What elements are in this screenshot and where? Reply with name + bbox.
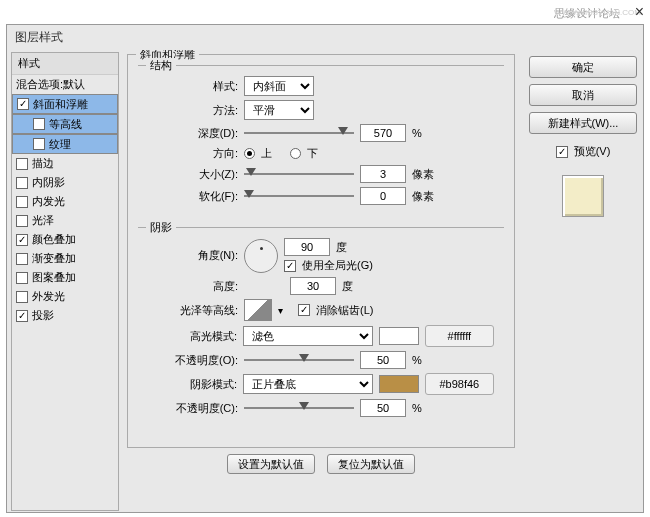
main-panel: 斜面和浮雕 结构 样式:内斜面 方法:平滑 深度(D):% 方向:上 下 大小(… <box>119 50 523 513</box>
sidebar-item-4[interactable]: 内阴影 <box>12 173 118 192</box>
size-input[interactable] <box>360 165 406 183</box>
sidebar-header: 样式 <box>12 53 118 75</box>
style-select[interactable]: 内斜面 <box>244 76 314 96</box>
effect-checkbox[interactable] <box>16 196 28 208</box>
unit-pct2: % <box>412 354 422 366</box>
size-label: 大小(Z): <box>148 167 238 182</box>
shadow-mode-select[interactable]: 正片叠底 <box>243 374 373 394</box>
reset-default-button[interactable]: 复位为默认值 <box>327 454 415 474</box>
gloss-contour-label: 光泽等高线: <box>148 303 238 318</box>
highlight-opacity-input[interactable] <box>360 351 406 369</box>
shadow-opacity-label: 不透明度(C): <box>148 401 238 416</box>
effect-label: 外发光 <box>32 289 65 304</box>
effect-checkbox[interactable] <box>33 138 45 150</box>
gloss-contour-picker[interactable] <box>244 299 272 321</box>
sidebar-item-6[interactable]: 光泽 <box>12 211 118 230</box>
global-light-label: 使用全局光(G) <box>302 258 373 273</box>
shadow-hex: #b98f46 <box>425 373 494 395</box>
depth-slider[interactable] <box>244 126 354 140</box>
soften-label: 软化(F): <box>148 189 238 204</box>
global-light-checkbox[interactable] <box>284 260 296 272</box>
down-label: 下 <box>307 146 318 161</box>
direction-label: 方向: <box>148 146 238 161</box>
ok-button[interactable]: 确定 <box>529 56 637 78</box>
size-slider[interactable] <box>244 167 354 181</box>
styles-sidebar: 样式 混合选项:默认 斜面和浮雕等高线纹理描边内阴影内发光光泽颜色叠加渐变叠加图… <box>11 52 119 511</box>
unit-pct3: % <box>412 402 422 414</box>
preview-swatch <box>562 175 604 217</box>
dir-down-radio[interactable] <box>290 148 301 159</box>
sidebar-item-9[interactable]: 图案叠加 <box>12 268 118 287</box>
effect-label: 图案叠加 <box>32 270 76 285</box>
effect-label: 纹理 <box>49 137 71 152</box>
angle-dial[interactable] <box>244 239 278 273</box>
bevel-group: 斜面和浮雕 结构 样式:内斜面 方法:平滑 深度(D):% 方向:上 下 大小(… <box>127 54 515 448</box>
angle-label: 角度(N): <box>148 248 238 263</box>
effect-label: 描边 <box>32 156 54 171</box>
blend-options[interactable]: 混合选项:默认 <box>12 75 118 94</box>
effect-label: 斜面和浮雕 <box>33 97 88 112</box>
unit-pct: % <box>412 127 422 139</box>
effect-label: 颜色叠加 <box>32 232 76 247</box>
technique-select[interactable]: 平滑 <box>244 100 314 120</box>
sidebar-item-7[interactable]: 颜色叠加 <box>12 230 118 249</box>
highlight-color[interactable] <box>379 327 419 345</box>
effect-label: 光泽 <box>32 213 54 228</box>
technique-label: 方法: <box>148 103 238 118</box>
chevron-down-icon[interactable]: ▾ <box>278 305 283 316</box>
layer-style-dialog: 图层样式 样式 混合选项:默认 斜面和浮雕等高线纹理描边内阴影内发光光泽颜色叠加… <box>6 24 644 513</box>
effect-checkbox[interactable] <box>17 98 29 110</box>
sidebar-item-3[interactable]: 描边 <box>12 154 118 173</box>
effect-checkbox[interactable] <box>16 215 28 227</box>
depth-label: 深度(D): <box>148 126 238 141</box>
sidebar-item-8[interactable]: 渐变叠加 <box>12 249 118 268</box>
effect-checkbox[interactable] <box>16 310 28 322</box>
sidebar-item-5[interactable]: 内发光 <box>12 192 118 211</box>
style-label: 样式: <box>148 79 238 94</box>
shadow-opacity-input[interactable] <box>360 399 406 417</box>
up-label: 上 <box>261 146 272 161</box>
effect-label: 渐变叠加 <box>32 251 76 266</box>
dir-up-radio[interactable] <box>244 148 255 159</box>
sidebar-item-2[interactable]: 纹理 <box>12 134 118 154</box>
watermark-url: WWW.MISSYUAN.COM <box>554 8 641 17</box>
shadow-color[interactable] <box>379 375 419 393</box>
shadow-opacity-slider[interactable] <box>244 401 354 415</box>
effect-label: 内发光 <box>32 194 65 209</box>
soften-slider[interactable] <box>244 189 354 203</box>
close-icon[interactable]: × <box>635 3 644 21</box>
structure-title: 结构 <box>146 58 176 73</box>
unit-px: 像素 <box>412 167 434 182</box>
preview-checkbox[interactable] <box>556 146 568 158</box>
effect-checkbox[interactable] <box>16 253 28 265</box>
depth-input[interactable] <box>360 124 406 142</box>
highlight-mode-select[interactable]: 滤色 <box>243 326 373 346</box>
effect-checkbox[interactable] <box>16 272 28 284</box>
sidebar-item-10[interactable]: 外发光 <box>12 287 118 306</box>
antialias-checkbox[interactable] <box>298 304 310 316</box>
sidebar-item-11[interactable]: 投影 <box>12 306 118 325</box>
effect-label: 等高线 <box>49 117 82 132</box>
unit-px2: 像素 <box>412 189 434 204</box>
effect-checkbox[interactable] <box>16 291 28 303</box>
soften-input[interactable] <box>360 187 406 205</box>
sidebar-item-0[interactable]: 斜面和浮雕 <box>12 94 118 114</box>
sidebar-item-1[interactable]: 等高线 <box>12 114 118 134</box>
highlight-opacity-slider[interactable] <box>244 353 354 367</box>
effect-checkbox[interactable] <box>16 177 28 189</box>
altitude-input[interactable] <box>290 277 336 295</box>
dialog-title: 图层样式 <box>7 25 643 50</box>
angle-input[interactable] <box>284 238 330 256</box>
shading-title: 阴影 <box>146 220 176 235</box>
new-style-button[interactable]: 新建样式(W)... <box>529 112 637 134</box>
cancel-button[interactable]: 取消 <box>529 84 637 106</box>
altitude-label: 高度: <box>148 279 238 294</box>
effect-checkbox[interactable] <box>33 118 45 130</box>
unit-deg: 度 <box>336 240 347 255</box>
make-default-button[interactable]: 设置为默认值 <box>227 454 315 474</box>
antialias-label: 消除锯齿(L) <box>316 303 373 318</box>
effect-checkbox[interactable] <box>16 158 28 170</box>
shadow-mode-label: 阴影模式: <box>148 377 237 392</box>
effect-label: 投影 <box>32 308 54 323</box>
effect-checkbox[interactable] <box>16 234 28 246</box>
